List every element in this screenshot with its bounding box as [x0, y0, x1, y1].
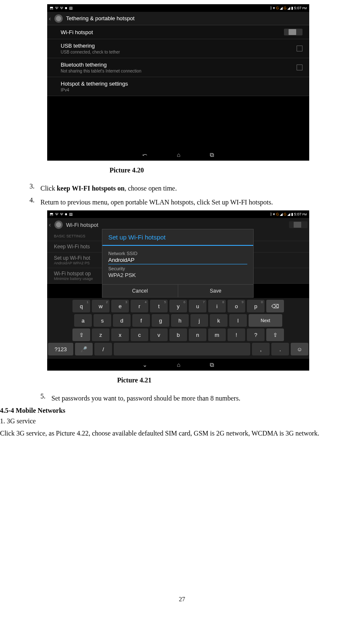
back-nav-icon[interactable]: ⤺	[142, 151, 147, 158]
step-3-post: , choose open time.	[125, 185, 177, 192]
status-left-2: ⬒ Ψ Ψ ■ ▤	[50, 212, 73, 216]
key-?[interactable]: ?	[247, 328, 265, 341]
battery-icon: ▮	[291, 212, 293, 216]
symbols-key[interactable]: ?123	[48, 343, 73, 355]
step-4: 4. Return to previous menu, open portabl…	[26, 196, 364, 208]
row-usb-tethering[interactable]: USB tethering USB connected, check to te…	[47, 39, 309, 58]
key-b[interactable]: b	[169, 328, 187, 341]
backspace-key[interactable]: ⌫	[266, 300, 284, 312]
settings-list: Wi-Fi hotspot USB tethering USB connecte…	[47, 25, 309, 96]
home-nav-icon[interactable]: ⌂	[177, 151, 180, 158]
step-5: 5. Set passwords you want to, password s…	[37, 393, 364, 404]
emoji-key[interactable]: ☺	[291, 343, 308, 355]
recent-nav-icon[interactable]: ⧉	[210, 151, 214, 159]
bt-tethering-checkbox[interactable]	[297, 65, 302, 70]
wifi-hotspot-toggle[interactable]	[284, 29, 302, 35]
row-hotspot-settings[interactable]: Hotspot & tethering settings IPv4	[47, 77, 309, 96]
signal-bars-2: ◢	[287, 212, 290, 216]
save-button[interactable]: Save	[178, 285, 254, 297]
bluetooth-icon: ᛒ	[270, 212, 272, 216]
key-r[interactable]: r4	[131, 300, 148, 312]
status-right-2: ᛒ ▾ G ◢ G ◢ ▮ 5:07 PM	[270, 212, 307, 216]
comma-key[interactable]: ,	[252, 343, 270, 355]
key-u[interactable]: u7	[189, 300, 206, 312]
key-o[interactable]: o9	[228, 300, 245, 312]
key-t[interactable]: t5	[150, 300, 168, 312]
usb-tethering-sub: USB connected, check to tether	[61, 50, 120, 54]
key-h[interactable]: h	[171, 314, 189, 327]
key-a[interactable]: a	[74, 314, 92, 327]
row-bluetooth-tethering[interactable]: Bluetooth tethering Not sharing this tab…	[47, 58, 309, 77]
section-line-2: Click 3G service, as Picture 4.22, choos…	[0, 428, 364, 439]
back-icon[interactable]: ‹	[49, 15, 51, 22]
debug-icon: ■	[65, 212, 67, 216]
mic-key[interactable]: 🎤	[75, 343, 93, 355]
caption-2: Picture 4.21	[117, 377, 364, 384]
sd-icon: ▤	[69, 6, 73, 10]
key-z[interactable]: z	[92, 328, 110, 341]
key-k[interactable]: k	[210, 314, 228, 327]
key-s[interactable]: s	[94, 314, 111, 327]
key-v[interactable]: v	[150, 328, 168, 341]
key-i[interactable]: i8	[208, 300, 226, 312]
cancel-button[interactable]: Cancel	[102, 285, 178, 297]
caption-1: Picture 4.20	[110, 167, 364, 174]
recent-nav-icon[interactable]: ⧉	[210, 361, 214, 368]
key-c[interactable]: c	[131, 328, 148, 341]
security-value[interactable]: WPA2 PSK	[108, 271, 247, 281]
battery-icon: ▮	[291, 6, 293, 10]
key-q[interactable]: q1	[72, 300, 90, 312]
key-x[interactable]: x	[111, 328, 129, 341]
key-n[interactable]: n	[189, 328, 206, 341]
step-5-num: 5.	[37, 393, 51, 404]
bg-toggle	[289, 221, 308, 228]
key-g[interactable]: g	[152, 314, 169, 327]
usb-tethering-label: USB tethering	[61, 43, 120, 49]
key-d[interactable]: d	[113, 314, 131, 327]
clock-ampm-2: PM	[302, 213, 307, 216]
key-f[interactable]: f	[132, 314, 150, 327]
back-icon: ‹	[49, 221, 51, 228]
status-left: ⬒ Ψ Ψ ■ ▤	[50, 6, 73, 10]
key-p[interactable]: p0	[247, 300, 265, 312]
space-key[interactable]	[114, 343, 250, 355]
next-key[interactable]: Next	[249, 314, 282, 327]
header-title: Tethering & portable hotspot	[66, 15, 135, 22]
usb-tethering-checkbox[interactable]	[297, 46, 302, 51]
status-bar: ⬒ Ψ Ψ ■ ▤ ᛒ ▾ G ◢ G ◢ ▮ 5:07 PM	[47, 4, 309, 12]
debug-icon: ■	[65, 6, 67, 10]
signal-g-1: G	[276, 6, 279, 10]
signal-bars-2: ◢	[287, 6, 290, 10]
home-nav-icon[interactable]: ⌂	[177, 361, 180, 368]
bt-tethering-sub: Not sharing this tablet's Internet conne…	[61, 69, 141, 73]
settings-header[interactable]: ‹ Tethering & portable hotspot	[47, 12, 309, 25]
signal-g-1: G	[276, 212, 279, 216]
step-3: 3. Click keep WI-FI hotspots on, choose …	[26, 183, 364, 194]
screenshot-setup-hotspot: ⬒ Ψ Ψ ■ ▤ ᛒ ▾ G ◢ G ◢ ▮ 5:07 PM ‹	[47, 210, 309, 371]
clock-time-2: 5:07	[294, 212, 302, 216]
security-label: Security	[108, 266, 247, 271]
keyboard: q1w2e3r4t5y6u7i8o9p0⌫ asdfghjklNext ⇧zxc…	[47, 298, 309, 359]
shift-key-right[interactable]: ⇧	[266, 328, 284, 341]
key-e[interactable]: e3	[111, 300, 129, 312]
clock-ampm: PM	[302, 7, 307, 10]
row-wifi-hotspot[interactable]: Wi-Fi hotspot	[47, 25, 309, 39]
key-y[interactable]: y6	[169, 300, 187, 312]
key-l[interactable]: l	[229, 314, 247, 327]
key-j[interactable]: j	[190, 314, 208, 327]
key-![interactable]: !	[228, 328, 245, 341]
key-w[interactable]: w2	[92, 300, 110, 312]
slash-key[interactable]: /	[94, 343, 112, 355]
signal-g-2: G	[284, 6, 286, 10]
usb-icon: Ψ	[55, 212, 59, 216]
dialog-title: Set up Wi-Fi hotspot	[102, 229, 253, 246]
keyboard-hide-icon[interactable]: ⌄	[142, 361, 147, 368]
gear-icon	[54, 221, 63, 229]
period-key[interactable]: .	[271, 343, 289, 355]
signal-bars-1: ◢	[280, 6, 283, 10]
ssid-label: Network SSID	[108, 251, 247, 256]
ssid-input[interactable]	[108, 256, 247, 264]
bg-title: Wi-Fi hotspot	[66, 222, 99, 228]
key-m[interactable]: m	[208, 328, 226, 341]
shift-key-left[interactable]: ⇧	[72, 328, 90, 341]
